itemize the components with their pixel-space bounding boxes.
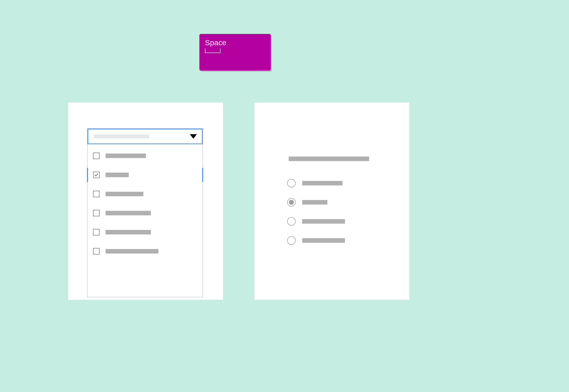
option-label xyxy=(106,173,129,177)
radio-option-list xyxy=(287,174,378,250)
option-label xyxy=(106,192,143,196)
dropdown-option-list xyxy=(87,144,203,263)
option-label xyxy=(302,238,345,243)
space-key-underline-icon xyxy=(205,48,221,53)
space-key-label: Space xyxy=(205,38,265,47)
option-label xyxy=(106,211,151,215)
option-label xyxy=(106,249,158,254)
dropdown-option[interactable] xyxy=(87,184,203,204)
dropdown-option[interactable] xyxy=(87,242,203,261)
dropdown-option[interactable] xyxy=(87,204,203,223)
dropdown-option[interactable] xyxy=(87,223,203,242)
radio-option[interactable] xyxy=(287,193,378,212)
option-label xyxy=(106,230,151,234)
multiselect-dropdown[interactable] xyxy=(87,128,203,297)
radio-option[interactable] xyxy=(287,231,378,250)
radio-icon[interactable] xyxy=(287,217,296,226)
checkbox-icon[interactable] xyxy=(93,172,100,178)
option-label xyxy=(302,200,327,205)
radio-option[interactable] xyxy=(287,212,378,231)
dropdown-placeholder xyxy=(94,134,149,138)
dropdown-option[interactable] xyxy=(87,165,203,184)
radio-group xyxy=(287,157,378,250)
radio-icon[interactable] xyxy=(287,179,296,187)
option-label xyxy=(106,154,146,158)
checkbox-icon[interactable] xyxy=(93,191,100,197)
checkbox-icon[interactable] xyxy=(93,210,100,216)
dropdown-option[interactable] xyxy=(87,146,203,165)
space-key-card: Space xyxy=(199,34,271,71)
dropdown-header[interactable] xyxy=(87,129,203,144)
radio-example-panel xyxy=(254,103,409,300)
caret-down-icon xyxy=(190,134,197,139)
checkbox-icon[interactable] xyxy=(93,229,100,235)
radio-option[interactable] xyxy=(287,174,378,193)
option-label xyxy=(302,181,342,185)
option-label xyxy=(302,219,345,224)
checkbox-icon[interactable] xyxy=(93,153,100,159)
radio-icon[interactable] xyxy=(287,236,296,245)
dropdown-example-panel xyxy=(68,103,223,300)
radio-group-title xyxy=(289,157,369,161)
radio-icon[interactable] xyxy=(287,198,296,207)
checkbox-icon[interactable] xyxy=(93,248,100,255)
